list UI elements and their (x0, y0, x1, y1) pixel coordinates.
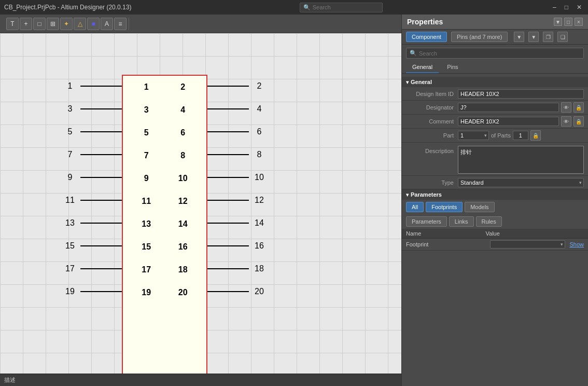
center-pin-row-7: 13 14 (123, 213, 206, 236)
pin-line-right-20 (207, 291, 249, 292)
comment-lock-btn[interactable]: 🔒 (573, 116, 584, 127)
minimize-btn[interactable]: – (551, 4, 558, 11)
center-pin-right-18: 18 (173, 265, 193, 274)
title-search-input[interactable] (313, 4, 375, 10)
tool-filter-btn[interactable]: T (6, 18, 19, 30)
tab-pins[interactable]: Pins (441, 62, 464, 73)
properties-search-input[interactable] (419, 50, 580, 57)
center-pin-left-17: 17 (136, 265, 157, 274)
center-pin-row-8: 15 16 (123, 236, 206, 258)
title-search-box[interactable]: 🔍 (300, 3, 383, 12)
tab-component[interactable]: Component (406, 32, 447, 42)
pin-left-label-17: 17 (60, 264, 80, 273)
left-pins: 1 3 5 7 9 (41, 75, 122, 303)
pin-line-right-8 (207, 154, 249, 155)
center-pin-row-9: 17 18 (123, 258, 206, 281)
type-select[interactable]: Standard Net Tie (in BOM) Net Tie Standa… (458, 178, 584, 187)
center-pin-left-19: 19 (136, 288, 157, 297)
tab-pins[interactable]: Pins (and 7 more) (451, 32, 508, 42)
pin-right-label-18: 18 (249, 264, 270, 273)
center-pin-right-2: 2 (173, 82, 193, 92)
design-item-id-input[interactable] (458, 89, 584, 99)
pin-left-1: 1 (41, 75, 122, 98)
panel-pin-btn[interactable]: ▼ (554, 18, 562, 26)
pin-left-15: 15 (41, 235, 122, 257)
app-title: CB_Project.PrjPcb - Altium Designer (20.… (4, 4, 131, 11)
pin-left-label-7: 7 (60, 150, 80, 159)
panel-header-buttons: ▼ □ × (554, 18, 583, 26)
param-btn-rules[interactable]: Rules (476, 216, 502, 227)
center-pin-row-2: 3 4 (123, 99, 206, 121)
pin-right-20: 20 (207, 280, 288, 303)
canvas-area[interactable]: 1 3 5 7 9 (0, 33, 401, 386)
param-btn-parameters[interactable]: Parameters (406, 216, 447, 227)
center-pin-left-7: 7 (136, 151, 157, 160)
general-section-header[interactable]: General (402, 77, 588, 87)
pin-right-label-10: 10 (249, 173, 270, 182)
pin-right-12: 12 (207, 189, 288, 212)
component-body: 1 2 3 4 5 6 7 8 (122, 75, 207, 381)
pin-right-label-16: 16 (249, 241, 270, 251)
description-textarea[interactable]: 排针 (458, 146, 584, 174)
center-pin-left-15: 15 (136, 242, 157, 252)
footprint-dropdown[interactable] (490, 240, 566, 249)
tool-grid-btn[interactable]: ⊞ (47, 18, 59, 30)
pin-left-17: 17 (41, 257, 122, 280)
filter-icon-btn[interactable]: ▼ (514, 32, 524, 42)
tool-rect-btn[interactable]: ■ (87, 18, 100, 30)
part-row: 1 of Parts 🔒 (458, 130, 541, 141)
tool-star-btn[interactable]: ✦ (60, 18, 73, 30)
filter-dropdown-btn[interactable]: ▼ (528, 32, 539, 42)
of-parts-input[interactable] (513, 131, 528, 140)
tool-select-btn[interactable]: □ (33, 18, 46, 30)
param-btn-links[interactable]: Links (449, 216, 474, 227)
pin-line-right-18 (207, 268, 249, 269)
panel-float-btn[interactable]: □ (564, 18, 572, 26)
right-pins: 2 4 6 8 10 (207, 75, 288, 303)
close-btn[interactable]: ✕ (575, 4, 584, 11)
designator-value: 👁 🔒 (458, 102, 584, 113)
prop-designator: Designator 👁 🔒 (402, 101, 588, 115)
tool-text-btn[interactable]: A (101, 18, 113, 30)
design-item-id-label: Design Item ID (406, 91, 458, 97)
design-item-id-value (458, 89, 584, 99)
maximize-btn[interactable]: □ (563, 4, 570, 11)
copy-btn[interactable]: ❐ (543, 32, 553, 42)
footprint-value-row: Show (486, 240, 584, 249)
parameters-section-header[interactable]: Parameters (402, 189, 588, 200)
pin-right-label-8: 8 (249, 150, 270, 159)
center-pin-row-6: 11 12 (123, 190, 206, 213)
part-select[interactable]: 1 (458, 131, 489, 140)
properties-content: General Design Item ID Designator 👁 🔒 (402, 74, 588, 386)
paste-btn[interactable]: ❏ (557, 32, 568, 42)
param-btn-footprints[interactable]: Footprints (426, 202, 463, 212)
designator-input[interactable] (458, 103, 559, 112)
designator-lock-btn[interactable]: 🔒 (573, 102, 584, 113)
param-btn-models[interactable]: Models (465, 202, 494, 212)
pin-right-label-14: 14 (249, 218, 270, 228)
pin-right-8: 8 (207, 143, 288, 166)
designator-eye-btn[interactable]: 👁 (561, 102, 571, 113)
col-name-header: Name (402, 229, 482, 239)
footprint-show-link[interactable]: Show (569, 241, 584, 247)
pin-right-16: 16 (207, 235, 288, 257)
panel-close-btn[interactable]: × (575, 18, 583, 26)
tab-general[interactable]: General (406, 62, 439, 73)
pin-left-3: 3 (41, 98, 122, 120)
pin-right-14: 14 (207, 212, 288, 235)
parameters-button-row: All Footprints Models (402, 200, 588, 214)
tool-lines-btn[interactable]: ≡ (114, 18, 127, 30)
center-pin-row-3: 5 6 (123, 121, 206, 144)
pin-line-left-5 (80, 131, 122, 132)
tool-poly-btn[interactable]: △ (74, 18, 86, 30)
param-btn-all[interactable]: All (406, 202, 424, 212)
comment-input[interactable] (458, 117, 559, 126)
pin-right-10: 10 (207, 166, 288, 189)
comment-value: 👁 🔒 (458, 116, 584, 127)
properties-search-bar[interactable]: 🔍 (406, 48, 584, 59)
tool-add-btn[interactable]: + (20, 18, 32, 30)
part-lock-btn[interactable]: 🔒 (530, 130, 541, 141)
center-pin-left-13: 13 (136, 219, 157, 229)
comment-eye-btn[interactable]: 👁 (561, 116, 571, 127)
pin-left-label-5: 5 (60, 127, 80, 136)
